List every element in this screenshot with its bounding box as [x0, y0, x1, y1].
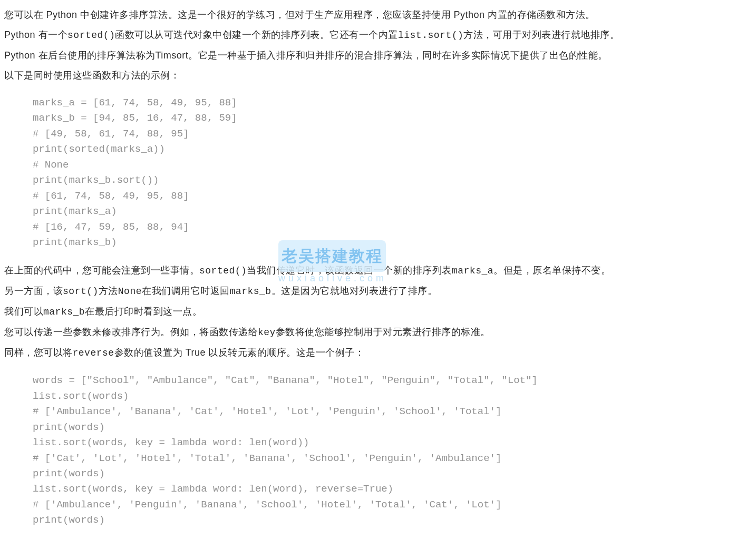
text: 参数的值设置为 True 以反转元素的顺序。这是一个例子：	[114, 347, 365, 358]
text: 当我们传递它时，该函数返回一个新的排序列表	[247, 265, 452, 276]
text: 我们可以	[4, 306, 43, 317]
paragraph-7: 我们可以marks_b在最后打印时看到这一点。	[4, 302, 752, 321]
inline-code: sort()	[63, 286, 99, 297]
inline-code: sorted()	[199, 266, 247, 276]
text: 方法	[99, 286, 118, 296]
text: 以下是同时使用这些函数和方法的示例：	[4, 70, 180, 81]
paragraph-5: 在上面的代码中，您可能会注意到一些事情。sorted()当我们传递它时，该函数返…	[4, 261, 752, 280]
paragraph-6: 另一方面，该sort()方法None在我们调用它时返回marks_b。这是因为它…	[4, 281, 752, 301]
text: 。但是，原名单保持不变。	[493, 265, 610, 276]
text: 另一方面，该	[4, 286, 63, 296]
text: Python 有一个	[4, 30, 67, 40]
article-content: 您可以在 Python 中创建许多排序算法。这是一个很好的学练习，但对于生产应用…	[4, 5, 752, 536]
paragraph-4: 以下是同时使用这些函数和方法的示例：	[4, 66, 752, 85]
inline-code: key	[258, 327, 276, 338]
inline-code: None	[118, 286, 142, 297]
paragraph-3: Python 在后台使用的排序算法称为Timsort。它是一种基于插入排序和归并…	[4, 46, 752, 65]
paragraph-8: 您可以传递一些参数来修改排序行为。例如，将函数传递给key参数将使您能够控制用于…	[4, 322, 752, 342]
inline-code: marks_a	[452, 266, 493, 276]
inline-code: marks_b	[43, 307, 85, 317]
text: 您可以在 Python 中创建许多排序算法。这是一个很好的学练习，但对于生产应用…	[4, 9, 595, 20]
paragraph-1: 您可以在 Python 中创建许多排序算法。这是一个很好的学练习，但对于生产应用…	[4, 5, 752, 24]
text: 在上面的代码中，您可能会注意到一些事情。	[4, 265, 199, 276]
text: 函数可以从可迭代对象中创建一个新的排序列表。它还有一个内置	[115, 30, 398, 40]
code-block-2: words = ["School", "Ambulance", "Cat", "…	[4, 366, 752, 535]
text: 方法，可用于对列表进行就地排序。	[463, 30, 619, 40]
text: 在我们调用它时返回	[142, 286, 230, 296]
paragraph-2: Python 有一个sorted()函数可以从可迭代对象中创建一个新的排序列表。…	[4, 25, 752, 45]
code-block-1: marks_a = [61, 74, 58, 49, 95, 88] marks…	[4, 88, 752, 258]
text: 您可以传递一些参数来修改排序行为。例如，将函数传递给	[4, 327, 258, 337]
paragraph-9: 同样，您可以将reverse参数的值设置为 True 以反转元素的顺序。这是一个…	[4, 343, 752, 362]
inline-code: sorted()	[67, 30, 115, 41]
text: 在最后打印时看到这一点。	[85, 306, 202, 317]
inline-code: marks_b	[230, 286, 272, 297]
text: Python 在后台使用的排序算法称为Timsort。它是一种基于插入排序和归并…	[4, 50, 608, 61]
inline-code: reverse	[73, 348, 114, 358]
text: 。这是因为它就地对列表进行了排序。	[272, 286, 438, 296]
inline-code: list.sort()	[398, 30, 463, 41]
text: 参数将使您能够控制用于对元素进行排序的标准。	[276, 327, 490, 337]
text: 同样，您可以将	[4, 347, 73, 358]
